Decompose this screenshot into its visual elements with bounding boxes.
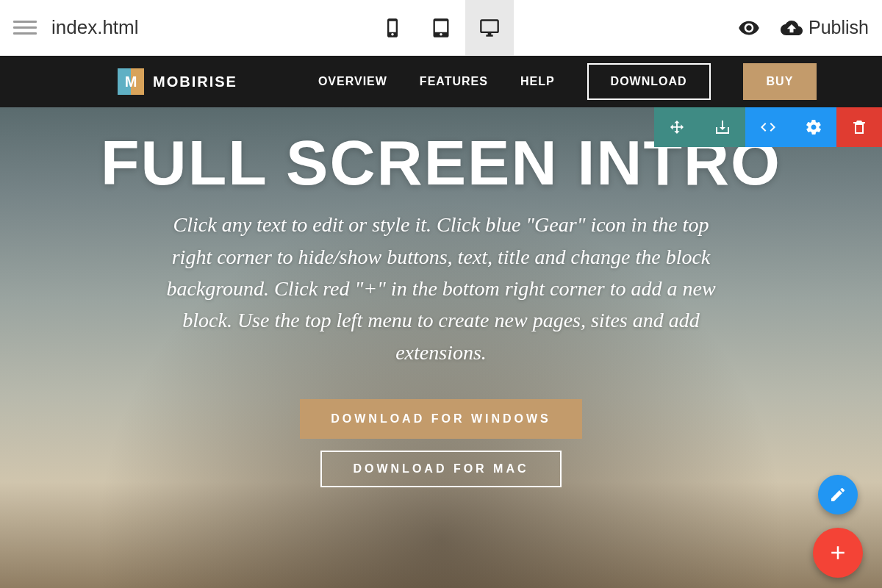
device-preview-switcher bbox=[368, 0, 514, 56]
hero-block[interactable]: FULL SCREEN INTRO Click any text to edit… bbox=[0, 107, 882, 588]
nav-link-features[interactable]: FEATURES bbox=[420, 75, 488, 88]
tablet-preview-button[interactable] bbox=[417, 0, 465, 56]
cloud-upload-icon bbox=[781, 17, 803, 39]
delete-block-button[interactable] bbox=[836, 107, 882, 147]
move-block-button[interactable] bbox=[654, 107, 700, 147]
gear-icon bbox=[805, 118, 822, 136]
page-filename[interactable]: index.html bbox=[51, 16, 139, 39]
app-topbar: index.html Publish bbox=[0, 0, 882, 56]
mobile-preview-button[interactable] bbox=[368, 0, 417, 56]
code-icon bbox=[759, 118, 777, 136]
floating-action-buttons bbox=[813, 475, 863, 578]
download-arrow-icon bbox=[714, 118, 731, 136]
download-windows-button[interactable]: DOWNLOAD FOR WINDOWS bbox=[300, 399, 582, 439]
download-mac-button[interactable]: DOWNLOAD FOR MAC bbox=[320, 451, 561, 487]
hero-cta-group: DOWNLOAD FOR WINDOWS DOWNLOAD FOR MAC bbox=[300, 399, 582, 487]
block-settings-button[interactable] bbox=[791, 107, 836, 147]
trash-icon bbox=[850, 118, 868, 136]
nav-link-overview[interactable]: OVERVIEW bbox=[318, 75, 387, 88]
download-button[interactable]: DOWNLOAD bbox=[587, 63, 711, 100]
nav-link-help[interactable]: HELP bbox=[520, 75, 555, 88]
topbar-right-actions: Publish bbox=[738, 17, 869, 39]
nav-links: OVERVIEW FEATURES HELP DOWNLOAD BUY bbox=[318, 63, 817, 100]
block-toolbar bbox=[654, 107, 882, 147]
site-logo[interactable]: M MOBIRISE bbox=[118, 68, 237, 95]
hamburger-menu-icon[interactable] bbox=[13, 16, 37, 40]
code-editor-button[interactable] bbox=[745, 107, 791, 147]
publish-label: Publish bbox=[808, 17, 869, 38]
brand-name: MOBIRISE bbox=[153, 74, 237, 90]
publish-button[interactable]: Publish bbox=[781, 17, 869, 39]
site-navbar: M MOBIRISE OVERVIEW FEATURES HELP DOWNLO… bbox=[0, 56, 882, 107]
edit-fab[interactable] bbox=[818, 475, 858, 514]
add-block-fab[interactable] bbox=[813, 528, 863, 578]
preview-eye-icon[interactable] bbox=[738, 17, 760, 39]
buy-button[interactable]: BUY bbox=[743, 63, 817, 100]
hero-subtitle[interactable]: Click any text to edit or style it. Clic… bbox=[154, 209, 728, 368]
logo-icon: M bbox=[118, 68, 144, 95]
pencil-icon bbox=[829, 486, 847, 503]
save-block-button[interactable] bbox=[700, 107, 745, 147]
desktop-preview-button[interactable] bbox=[465, 0, 514, 56]
move-vertical-icon bbox=[668, 118, 686, 136]
plus-icon bbox=[827, 542, 849, 564]
